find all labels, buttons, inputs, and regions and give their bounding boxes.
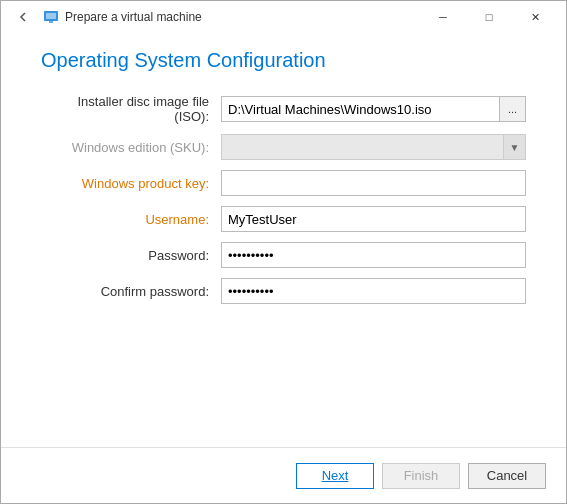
- back-button[interactable]: [9, 3, 37, 31]
- svg-rect-1: [46, 13, 56, 19]
- app-icon: [43, 9, 59, 25]
- sku-dropdown[interactable]: ▼: [221, 134, 526, 160]
- product-key-row: Windows product key:: [41, 170, 526, 196]
- iso-row: Installer disc image file (ISO): ...: [41, 94, 526, 124]
- product-key-label: Windows product key:: [41, 176, 221, 191]
- title-bar: Prepare a virtual machine ─ □ ✕: [1, 1, 566, 33]
- username-input[interactable]: [221, 206, 526, 232]
- sku-label: Windows edition (SKU):: [41, 140, 221, 155]
- finish-button[interactable]: Finish: [382, 463, 460, 489]
- confirm-password-row: Confirm password:: [41, 278, 526, 304]
- window-title: Prepare a virtual machine: [65, 10, 202, 24]
- page-title: Operating System Configuration: [41, 49, 526, 72]
- cancel-button[interactable]: Cancel: [468, 463, 546, 489]
- iso-label: Installer disc image file (ISO):: [41, 94, 221, 124]
- svg-rect-2: [49, 21, 53, 23]
- minimize-button[interactable]: ─: [420, 1, 466, 33]
- content-area: Operating System Configuration Installer…: [1, 33, 566, 447]
- username-label: Username:: [41, 212, 221, 227]
- dropdown-arrow-icon: ▼: [503, 135, 525, 159]
- finish-label: Finish: [404, 468, 439, 483]
- product-key-input[interactable]: [221, 170, 526, 196]
- iso-browse-button[interactable]: ...: [499, 97, 525, 121]
- password-row: Password:: [41, 242, 526, 268]
- confirm-password-input[interactable]: [221, 278, 526, 304]
- password-label: Password:: [41, 248, 221, 263]
- password-input[interactable]: [221, 242, 526, 268]
- window: Prepare a virtual machine ─ □ ✕ Operatin…: [0, 0, 567, 504]
- close-button[interactable]: ✕: [512, 1, 558, 33]
- username-row: Username:: [41, 206, 526, 232]
- iso-input[interactable]: [222, 97, 499, 121]
- iso-input-wrapper: ...: [221, 96, 526, 122]
- sku-row: Windows edition (SKU): ▼: [41, 134, 526, 160]
- next-button[interactable]: Next: [296, 463, 374, 489]
- confirm-password-label: Confirm password:: [41, 284, 221, 299]
- footer: Next Finish Cancel: [1, 447, 566, 503]
- next-label: Next: [322, 468, 349, 483]
- maximize-button[interactable]: □: [466, 1, 512, 33]
- title-bar-controls: ─ □ ✕: [420, 1, 558, 33]
- title-bar-left: Prepare a virtual machine: [9, 3, 202, 31]
- cancel-label: Cancel: [487, 468, 527, 483]
- sku-input: [222, 135, 503, 159]
